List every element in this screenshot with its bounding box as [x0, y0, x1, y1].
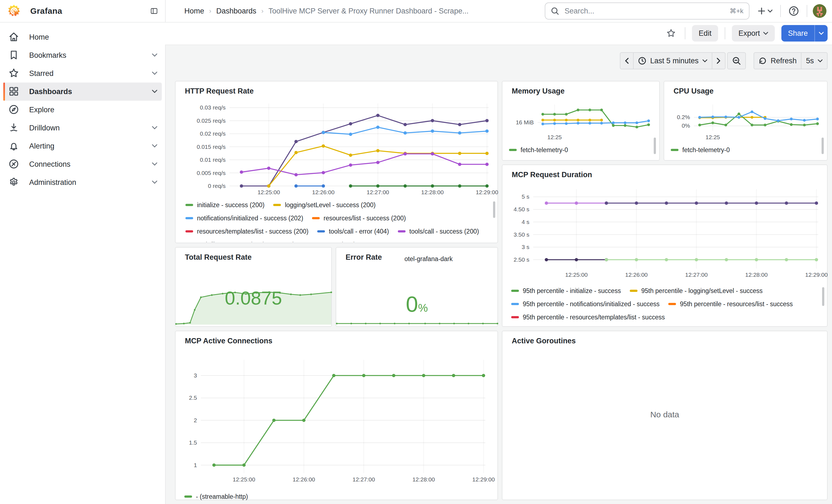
legend-item[interactable]: 95th percentile - resources/list - succe… — [668, 299, 792, 309]
refresh-interval-picker[interactable]: 5s — [802, 52, 828, 69]
legend-swatch — [317, 230, 325, 233]
chevron-down-icon[interactable] — [152, 90, 157, 93]
legend-item[interactable]: initialize - success (200) — [185, 200, 264, 210]
panel-title[interactable]: HTTP Request Rate — [185, 87, 254, 96]
memory-legend: fetch-telemetry-0 — [509, 145, 644, 156]
sidebar-item-administration[interactable]: Administration — [3, 173, 162, 191]
sidebar-item-starred[interactable]: Starred — [3, 64, 162, 82]
legend-swatch — [185, 204, 193, 206]
legend-scrollbar[interactable] — [493, 202, 495, 218]
legend-item[interactable]: unknown - success (200) — [274, 240, 356, 242]
sidebar-item-alerting[interactable]: Alerting — [3, 137, 162, 155]
sidebar-item-connections[interactable]: Connections — [3, 155, 162, 173]
chevron-down-icon[interactable] — [152, 126, 157, 129]
panel-title[interactable]: MCP Request Duration — [512, 170, 592, 179]
navbar-right: ⌘+k — [545, 2, 832, 20]
sidebar-item-dashboards[interactable]: Dashboards — [3, 82, 162, 101]
sidebar-item-home[interactable]: Home — [3, 28, 162, 46]
edit-button[interactable]: Edit — [692, 25, 718, 42]
panel-title[interactable]: MCP Active Connections — [185, 337, 272, 345]
legend-item[interactable]: logging/setLevel - success (200) — [273, 200, 375, 210]
duration-legend: 95th percentile - initialize - success95… — [511, 286, 820, 326]
panel-mcp-active-connections: MCP Active Connections 32.521.5112:25:00… — [175, 331, 498, 500]
add-button[interactable] — [755, 4, 775, 18]
mcp-active-connections-chart[interactable]: 32.521.5112:25:0012:26:0012:27:0012:28:0… — [184, 353, 491, 490]
http-request-rate-chart[interactable]: 0 req/s0.005 req/s0.01 req/s0.015 req/s0… — [185, 100, 491, 199]
share-button-group: Share — [781, 25, 828, 42]
svg-text:12:25:00: 12:25:00 — [565, 271, 588, 278]
avatar[interactable] — [813, 4, 827, 18]
panel-title[interactable]: CPU Usage — [674, 87, 714, 96]
chevron-down-icon — [818, 59, 823, 62]
sidebar-item-drilldown[interactable]: Drilldown — [3, 119, 162, 137]
zoom-out-button[interactable] — [727, 52, 746, 69]
grafana-logo-icon[interactable] — [7, 4, 21, 18]
chevron-down-icon[interactable] — [152, 162, 157, 166]
chevron-down-icon[interactable] — [152, 72, 157, 75]
chevron-down-icon — [763, 32, 768, 35]
legend-item[interactable]: tools/call - success (200) — [398, 227, 479, 236]
legend-item[interactable]: notifications/initialized - success (202… — [185, 213, 303, 223]
legend-item[interactable]: resources/templates/list - success (200) — [185, 227, 308, 236]
share-menu-button[interactable] — [814, 25, 828, 42]
home-icon — [8, 31, 19, 43]
svg-text:1.5: 1.5 — [189, 439, 197, 446]
legend-swatch — [630, 290, 638, 292]
legend-item[interactable]: 95th percentile - notifications/initiali… — [511, 299, 659, 309]
share-button[interactable]: Share — [781, 25, 814, 42]
breadcrumb-dashboards[interactable]: Dashboards — [216, 7, 256, 16]
legend-item[interactable]: 95th percentile - logging/setLevel - suc… — [630, 286, 763, 295]
panel-title[interactable]: Memory Usage — [512, 87, 565, 96]
export-button[interactable]: Export — [732, 25, 775, 42]
legend-item[interactable]: fetch-telemetry-0 — [671, 145, 730, 155]
sidebar-item-explore[interactable]: Explore — [3, 101, 162, 119]
cpu-usage-chart[interactable]: 0.2%0%12:25 — [670, 102, 823, 142]
panel-title[interactable]: Total Request Rate — [185, 253, 252, 262]
svg-text:12:26:00: 12:26:00 — [625, 271, 648, 278]
legend-scrollbar[interactable] — [654, 137, 656, 154]
legend-scrollbar[interactable] — [822, 287, 824, 306]
legend-swatch — [511, 316, 519, 318]
svg-text:0.005 req/s: 0.005 req/s — [197, 170, 226, 176]
divider — [780, 5, 781, 17]
star-icon — [8, 68, 19, 79]
total-request-rate-value: 0.0875 — [176, 287, 331, 309]
panel-title[interactable]: Active Goroutines — [512, 337, 576, 345]
time-shift-forward-button[interactable] — [712, 52, 726, 69]
search-bar[interactable]: ⌘+k — [545, 2, 750, 20]
search-input[interactable] — [564, 6, 725, 16]
svg-text:12:29:00: 12:29:00 — [476, 189, 498, 195]
memory-usage-chart[interactable]: 16 MiB12:25 — [509, 102, 654, 142]
legend-item[interactable]: fetch-telemetry-0 — [509, 145, 568, 155]
dashboards-grid-icon — [8, 86, 19, 97]
refresh-button[interactable]: Refresh — [754, 52, 802, 69]
breadcrumb-current: ToolHive MCP Server & Proxy Runner Dashb… — [268, 7, 469, 16]
divider — [807, 5, 807, 17]
mcp-request-duration-chart[interactable]: 5 s4.50 s4 s3.50 s3 s2.50 s12:25:0012:26… — [511, 185, 823, 283]
time-range-picker[interactable]: Last 5 minutes — [634, 52, 712, 69]
legend-item[interactable]: 95th percentile - initialize - success — [511, 286, 621, 295]
svg-text:12:26:00: 12:26:00 — [312, 189, 335, 195]
svg-text:0 req/s: 0 req/s — [208, 183, 226, 189]
legend-item[interactable]: - (streamable-http) — [184, 492, 248, 501]
question-circle-icon — [788, 6, 799, 16]
panel-title[interactable]: Error Rate — [345, 253, 382, 262]
chevron-down-icon[interactable] — [152, 53, 157, 57]
legend-scrollbar[interactable] — [822, 137, 824, 154]
legend-item[interactable]: tools/list - success (200) — [185, 240, 265, 242]
star-dashboard-button[interactable] — [664, 26, 678, 41]
help-button[interactable] — [786, 4, 801, 19]
svg-text:3 s: 3 s — [522, 244, 529, 250]
breadcrumb-home[interactable]: Home — [184, 7, 204, 16]
legend-item[interactable]: 95th percentile - resources/templates/li… — [511, 313, 665, 322]
mega-menu-toggle[interactable] — [148, 4, 161, 18]
legend-item[interactable]: tools/call - error (404) — [317, 227, 389, 236]
chevron-down-icon[interactable] — [152, 144, 157, 148]
connections-legend: - (streamable-http) — [184, 492, 405, 502]
chevron-down-icon[interactable] — [152, 181, 157, 184]
star-icon — [666, 28, 676, 38]
time-shift-back-button[interactable] — [620, 52, 634, 69]
sidebar-item-bookmarks[interactable]: Bookmarks — [3, 46, 162, 64]
cpu-legend: fetch-telemetry-0 — [671, 145, 813, 156]
legend-item[interactable]: resources/list - success (200) — [312, 213, 406, 223]
